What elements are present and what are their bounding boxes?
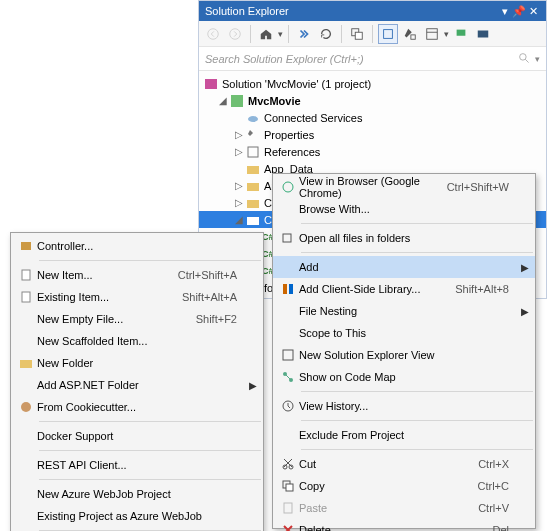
svg-rect-43 xyxy=(22,292,30,302)
sync-icon[interactable] xyxy=(294,24,314,44)
svg-rect-16 xyxy=(247,166,259,174)
svg-rect-36 xyxy=(286,484,293,491)
menu-docker-support[interactable]: Docker Support xyxy=(11,425,263,447)
panel-titlebar: Solution Explorer ▾ 📌 ✕ xyxy=(199,1,546,21)
back-icon[interactable] xyxy=(203,24,223,44)
open-files-icon xyxy=(277,231,299,245)
menu-existing-azure-webjob[interactable]: Existing Project as Azure WebJob xyxy=(11,505,263,527)
svg-line-31 xyxy=(286,375,290,379)
svg-rect-3 xyxy=(355,32,362,39)
menu-file-nesting[interactable]: File Nesting▶ xyxy=(273,300,535,322)
menu-add[interactable]: Add▶ xyxy=(273,256,535,278)
panel-title: Solution Explorer xyxy=(205,1,498,21)
properties-node[interactable]: ▷ Properties xyxy=(199,126,546,143)
search-input[interactable]: Search Solution Explorer (Ctrl+;) ▾ xyxy=(199,47,546,71)
project-node[interactable]: ◢ MvcMovie xyxy=(199,92,546,109)
show-all-files-icon[interactable] xyxy=(378,24,398,44)
menu-cut[interactable]: CutCtrl+X xyxy=(273,453,535,475)
menu-view-in-browser[interactable]: View in Browser (Google Chrome) Ctrl+Shi… xyxy=(273,176,535,198)
submenu-arrow-icon: ▶ xyxy=(521,306,529,317)
copy-icon xyxy=(277,479,299,493)
forward-icon[interactable] xyxy=(225,24,245,44)
expand-glyph[interactable]: ▷ xyxy=(233,146,245,157)
menu-new-empty-file[interactable]: New Empty File...Shift+F2 xyxy=(11,308,263,330)
wrench-icon xyxy=(245,127,261,143)
menu-from-cookiecutter[interactable]: From Cookiecutter... xyxy=(11,396,263,418)
svg-rect-27 xyxy=(289,284,293,294)
menu-new-folder[interactable]: New Folder xyxy=(11,352,263,374)
menu-new-scaffolded-item[interactable]: New Scaffolded Item... xyxy=(11,330,263,352)
menu-scope-to-this[interactable]: Scope to This xyxy=(273,322,535,344)
svg-rect-13 xyxy=(231,95,243,107)
menu-existing-item[interactable]: Existing Item...Shift+Alt+A xyxy=(11,286,263,308)
toolbar-extra1-icon[interactable] xyxy=(451,24,471,44)
svg-rect-17 xyxy=(247,183,259,191)
menu-add-client-side[interactable]: Add Client-Side Library... Shift+Alt+8 xyxy=(273,278,535,300)
menu-new-azure-webjob[interactable]: New Azure WebJob Project xyxy=(11,483,263,505)
existing-item-icon xyxy=(15,290,37,304)
menu-divider xyxy=(39,260,261,261)
svg-rect-15 xyxy=(248,147,258,157)
cloud-icon xyxy=(245,110,261,126)
expand-glyph[interactable]: ◢ xyxy=(233,214,245,225)
menu-paste: PasteCtrl+V xyxy=(273,497,535,519)
solution-node[interactable]: Solution 'MvcMovie' (1 project) xyxy=(199,75,546,92)
add-submenu: Controller... New Item...Ctrl+Shift+A Ex… xyxy=(10,232,264,531)
svg-rect-42 xyxy=(22,270,30,280)
properties-icon[interactable] xyxy=(400,24,420,44)
submenu-arrow-icon: ▶ xyxy=(521,262,529,273)
expand-glyph[interactable]: ▷ xyxy=(233,129,245,140)
csproj-icon xyxy=(229,93,245,109)
menu-rest-api-client[interactable]: REST API Client... xyxy=(11,454,263,476)
menu-show-on-code-map[interactable]: Show on Code Map xyxy=(273,366,535,388)
svg-rect-44 xyxy=(20,360,32,368)
menu-view-history[interactable]: View History... xyxy=(273,395,535,417)
folder-icon xyxy=(245,195,261,211)
panel-toolbar: ▾ ▾ xyxy=(199,21,546,47)
delete-icon xyxy=(277,523,299,531)
svg-rect-6 xyxy=(427,28,438,39)
references-icon xyxy=(245,144,261,160)
expand-glyph[interactable]: ▷ xyxy=(233,197,245,208)
collapse-all-icon[interactable] xyxy=(347,24,367,44)
new-folder-icon xyxy=(15,356,37,370)
browser-icon xyxy=(277,180,299,194)
svg-rect-19 xyxy=(247,217,259,225)
menu-exclude-from-project[interactable]: Exclude From Project xyxy=(273,424,535,446)
svg-point-14 xyxy=(248,116,258,122)
expand-glyph[interactable]: ▷ xyxy=(233,180,245,191)
svg-point-1 xyxy=(230,28,241,39)
svg-rect-5 xyxy=(411,34,415,38)
svg-rect-12 xyxy=(205,79,217,89)
home-icon[interactable] xyxy=(256,24,276,44)
preview-icon[interactable] xyxy=(422,24,442,44)
window-icon xyxy=(277,348,299,362)
controller-icon xyxy=(15,239,37,253)
svg-rect-18 xyxy=(247,200,259,208)
menu-copy[interactable]: CopyCtrl+C xyxy=(273,475,535,497)
context-menu: View in Browser (Google Chrome) Ctrl+Shi… xyxy=(272,173,536,529)
menu-open-all-files[interactable]: Open all files in folders xyxy=(273,227,535,249)
menu-delete[interactable]: DeleteDel xyxy=(273,519,535,531)
expand-glyph[interactable]: ◢ xyxy=(217,95,229,106)
references-node[interactable]: ▷ References xyxy=(199,143,546,160)
toolbar-extra2-icon[interactable] xyxy=(473,24,493,44)
connected-services-node[interactable]: Connected Services xyxy=(199,109,546,126)
menu-new-solution-explorer-view[interactable]: New Solution Explorer View xyxy=(273,344,535,366)
pin-icon[interactable]: 📌 xyxy=(512,1,526,21)
menu-add-aspnet-folder[interactable]: Add ASP.NET Folder▶ xyxy=(11,374,263,396)
window-menu-icon[interactable]: ▾ xyxy=(498,1,512,21)
menu-controller[interactable]: Controller... xyxy=(11,235,263,257)
refresh-icon[interactable] xyxy=(316,24,336,44)
svg-rect-28 xyxy=(283,350,293,360)
menu-divider xyxy=(301,223,533,224)
svg-point-10 xyxy=(520,54,527,61)
svg-rect-37 xyxy=(284,503,292,513)
menu-divider xyxy=(301,420,533,421)
svg-rect-4 xyxy=(384,29,393,38)
menu-new-item[interactable]: New Item...Ctrl+Shift+A xyxy=(11,264,263,286)
close-icon[interactable]: ✕ xyxy=(526,1,540,21)
folder-icon xyxy=(245,212,261,228)
menu-browse-with[interactable]: Browse With... xyxy=(273,198,535,220)
cut-icon xyxy=(277,457,299,471)
